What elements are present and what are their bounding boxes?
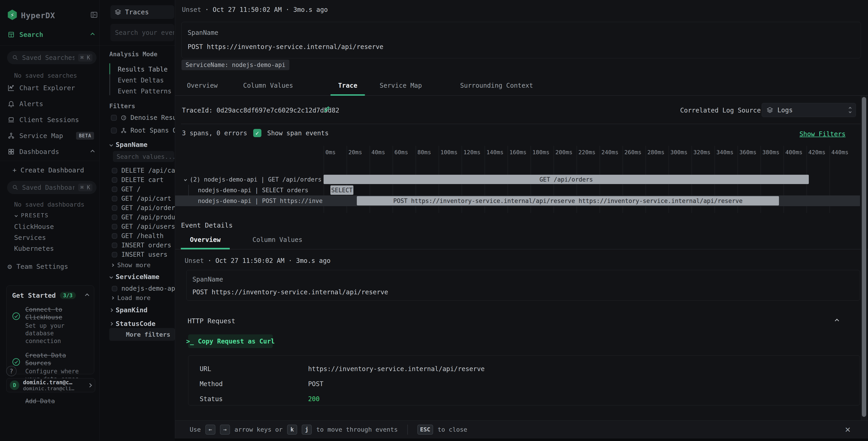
log-source-select[interactable]: Logs (762, 103, 856, 117)
severity-text: Unset (185, 257, 204, 264)
chevron-down-icon (110, 275, 113, 278)
timestamp-text: Oct 27 11:50:02 AM (215, 257, 284, 264)
filter-value-row[interactable]: GET /api/products (112, 212, 180, 222)
event-search-input[interactable]: Search your events... (111, 24, 174, 41)
analysis-mode-event-deltas[interactable]: Event Deltas (118, 77, 164, 84)
sidebar-collapse-icon[interactable] (90, 11, 98, 19)
span-duration-bar[interactable]: GET /api/orders (323, 175, 809, 184)
span-duration-bar[interactable]: SELECT (331, 185, 353, 195)
checkbox[interactable] (112, 286, 117, 291)
spans-summary-row: 3 spans, 0 errors ✓ Show span events (182, 129, 329, 137)
filter-value-row[interactable]: GET / (112, 184, 180, 194)
sidebar-item-dashboards[interactable]: Dashboards (0, 145, 99, 158)
filter-value-row[interactable]: nodejs-demo-api (112, 284, 180, 293)
spankind-group-toggle[interactable]: SpanKind (110, 306, 148, 314)
checkbox[interactable] (112, 233, 117, 239)
checkbox[interactable] (112, 243, 117, 248)
gear-icon: ⚙ (7, 262, 12, 271)
tab-ed-column-values[interactable]: Column Values (243, 236, 311, 249)
saved-searches-input[interactable]: Saved Searches ⌘ K (7, 51, 97, 64)
get-started-item[interactable]: Connect to ClickHouse Set up your databa… (7, 299, 94, 345)
tab-trace[interactable]: Trace (331, 82, 365, 95)
main-tabs: Overview Column Values Trace Service Map… (175, 80, 868, 96)
span-row-label[interactable]: nodejs-demo-api | SELECT orders (198, 185, 322, 196)
get-started-item[interactable]: Add Data (7, 391, 94, 406)
filter-value-row[interactable]: INSERT users (112, 250, 180, 259)
show-filters-link[interactable]: Show Filters (800, 130, 845, 138)
span-row-label[interactable]: (2) nodejs-demo-api | GET /api/orders (184, 174, 322, 185)
tab-service-map[interactable]: Service Map (372, 82, 429, 95)
sidebar-item-chart-explorer[interactable]: Chart Explorer (0, 82, 99, 94)
chevron-up-icon (90, 33, 94, 37)
tab-column-values[interactable]: Column Values (236, 82, 301, 95)
sidebar-item-client-sessions[interactable]: Client Sessions (0, 113, 99, 126)
span-row-label[interactable]: nodejs-demo-api | POST https://inventory… (198, 196, 322, 206)
servicename-group-toggle[interactable]: ServiceName (110, 273, 159, 281)
preset-clickhouse[interactable]: ClickHouse (14, 223, 54, 231)
spans-summary-text: 3 spans, 0 errors (182, 129, 247, 137)
checkbox[interactable] (112, 168, 117, 173)
edit-pencil-icon[interactable] (323, 105, 331, 113)
source-select[interactable]: Traces (111, 5, 174, 19)
span-duration-bar[interactable]: POST https://inventory-service.internal/… (357, 196, 779, 205)
close-icon[interactable]: ✕ (842, 423, 854, 435)
service-name-chip[interactable]: ServiceName: nodejs-demo-api (182, 60, 289, 70)
checkbox[interactable] (112, 186, 117, 192)
http-row-url: URL https://inventory-service.internal/a… (200, 365, 846, 373)
filter-value-row[interactable]: DELETE cart (112, 175, 180, 184)
avatar: D (10, 380, 19, 390)
collapse-section-icon[interactable] (835, 319, 839, 323)
checkbox[interactable] (112, 252, 117, 257)
sidebar-item-service-map[interactable]: Service Map BETA (0, 129, 99, 142)
chevron-up-icon[interactable] (85, 293, 89, 297)
checkbox[interactable] (112, 177, 117, 183)
statuscode-group-toggle[interactable]: StatusCode (110, 320, 156, 328)
tab-ed-overview[interactable]: Overview (181, 236, 230, 249)
copy-request-curl-button[interactable]: >_ Copy Request as Curl (188, 334, 273, 348)
sidebar-item-alerts[interactable]: Alerts (0, 97, 99, 110)
create-dashboard-button[interactable]: + Create Dashboard (12, 166, 84, 174)
help-button[interactable]: ? (6, 366, 17, 376)
more-filters-button[interactable]: More filters (109, 328, 175, 341)
http-row-value: POST (308, 380, 323, 388)
checkbox[interactable] (112, 196, 117, 201)
filter-value-row[interactable]: DELETE /api/cart (112, 166, 180, 175)
filter-value-row[interactable]: INSERT orders (112, 240, 180, 250)
sidebar-item-search[interactable]: Search (0, 28, 99, 41)
preset-kubernetes[interactable]: Kubernetes (14, 245, 54, 253)
filter-value-row[interactable]: GET /api/users (112, 222, 180, 231)
chevron-up-icon (90, 150, 94, 154)
preset-services[interactable]: Services (14, 234, 46, 241)
servicename-values: nodejs-demo-api (112, 284, 180, 293)
user-menu[interactable]: D dominic.tran@c… dominic.tran@cli… (6, 378, 95, 392)
show-span-events-checkbox[interactable]: ✓ (253, 129, 261, 137)
checkbox[interactable] (112, 214, 117, 220)
filter-value-row[interactable]: GET /api/cart (112, 194, 180, 203)
trace-timeline-chart[interactable]: 0ms20ms40ms60ms80ms100ms120ms140ms160ms1… (175, 146, 860, 213)
filter-value-row[interactable]: GET /health (112, 231, 180, 240)
checkbox[interactable] (111, 127, 117, 134)
timeline-tick-label: 0ms (326, 149, 336, 155)
analysis-mode-event-patterns[interactable]: Event Patterns (118, 87, 172, 95)
span-name-label: SpanName (188, 29, 218, 36)
filter-value-row[interactable]: GET /api/orders (112, 203, 180, 212)
checkbox[interactable] (112, 205, 117, 211)
sidebar-item-team-settings[interactable]: ⚙ Team Settings (0, 260, 99, 273)
tab-overview[interactable]: Overview (179, 82, 225, 95)
spanname-group-toggle[interactable]: SpanName (110, 141, 148, 149)
scrollbar-thumb[interactable] (862, 97, 866, 417)
spanname-search-input[interactable]: Search values... (113, 151, 174, 162)
checkbox[interactable] (111, 115, 117, 121)
sidebar-item-label: Chart Explorer (19, 84, 99, 92)
span-name-card: SpanName POST https://inventory-service.… (182, 22, 861, 58)
presets-toggle[interactable]: PRESETS (15, 212, 49, 219)
saved-dashboards-input[interactable]: Saved Dashboards ⌘ K (7, 181, 97, 194)
timeline-tick-label: 320ms (693, 149, 710, 155)
checkbox[interactable] (112, 224, 117, 229)
analysis-mode-results-table[interactable]: Results Table (118, 66, 167, 73)
show-more-button[interactable]: Show more (111, 262, 151, 269)
layers-icon (767, 107, 773, 113)
http-status-value: 200 (308, 395, 320, 403)
load-more-button[interactable]: Load more (111, 294, 151, 301)
tab-surrounding-context[interactable]: Surrounding Context (453, 82, 541, 95)
